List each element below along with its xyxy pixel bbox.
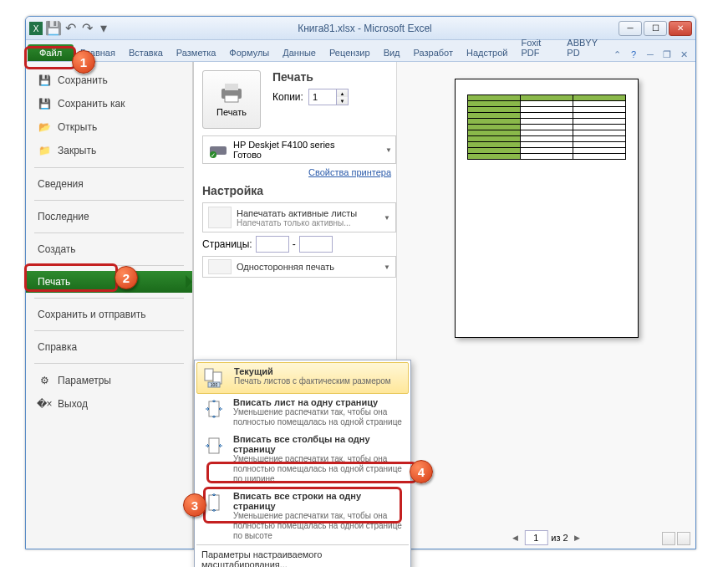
svg-rect-8: [205, 369, 213, 381]
preview-page: [455, 79, 639, 338]
tab-review[interactable]: Рецензир: [323, 44, 377, 61]
tab-data[interactable]: Данные: [276, 44, 323, 61]
printer-status: Готово: [233, 150, 334, 160]
printer-properties-link[interactable]: Свойства принтера: [202, 167, 391, 177]
tab-addins[interactable]: Надстрой: [460, 44, 514, 61]
maximize-button[interactable]: ☐: [644, 21, 667, 36]
scale-option-fit-rows[interactable]: Вписать все строки на одну страницуУмень…: [196, 488, 409, 544]
sheets-icon: [208, 207, 232, 228]
chevron-down-icon: ▼: [385, 146, 392, 154]
show-margins-button[interactable]: [662, 532, 675, 545]
excel-icon: X: [29, 22, 43, 35]
backstage: 💾Сохранить 💾Сохранить как 📂Открыть 📁Закр…: [26, 62, 695, 549]
nav-new[interactable]: Создать: [26, 238, 192, 260]
page-to-input[interactable]: [299, 236, 333, 253]
scale-option-fit-sheet[interactable]: Вписать лист на одну страницуУменьшение …: [196, 394, 409, 431]
window-title: Книга81.xlsx - Microsoft Excel: [111, 23, 619, 34]
fit-sheet-icon: [201, 397, 227, 421]
preview-navigation: ◀ из 2 ▶: [510, 530, 582, 545]
badge-1: 1: [72, 50, 95, 74]
tab-layout[interactable]: Разметка: [170, 44, 223, 61]
open-icon: 📂: [38, 120, 51, 134]
tab-file[interactable]: Файл: [28, 44, 74, 61]
ribbon-tabs: Файл Главная Вставка Разметка Формулы Да…: [26, 40, 695, 62]
backstage-nav: 💾Сохранить 💾Сохранить как 📂Открыть 📁Закр…: [26, 62, 193, 549]
svg-rect-14: [209, 495, 219, 510]
nav-share[interactable]: Сохранить и отправить: [26, 304, 192, 325]
custom-scaling-link[interactable]: Параметры настраиваемого масштабирования…: [196, 544, 409, 567]
nav-info[interactable]: Сведения: [26, 173, 192, 195]
spin-down-icon[interactable]: ▼: [336, 97, 348, 105]
nav-help[interactable]: Справка: [26, 336, 192, 358]
nav-close[interactable]: 📁Закрыть: [26, 139, 192, 162]
nav-recent[interactable]: Последние: [26, 206, 192, 227]
tab-developer[interactable]: Разработ: [407, 44, 460, 61]
tab-formulas[interactable]: Формулы: [222, 44, 276, 61]
copies-label: Копии:: [272, 91, 303, 103]
backstage-content: Печать Печать Копии: 1 ▲▼: [193, 62, 695, 549]
exit-icon: �×: [38, 397, 51, 411]
options-icon: ⚙: [38, 374, 51, 387]
tab-insert[interactable]: Вставка: [122, 44, 170, 61]
prev-page-icon[interactable]: ◀: [510, 534, 521, 542]
spin-up-icon[interactable]: ▲: [336, 89, 348, 97]
doc-close-icon[interactable]: ✕: [677, 48, 690, 61]
nav-save[interactable]: 💾Сохранить: [26, 69, 192, 92]
settings-header: Настройка: [202, 184, 396, 197]
pages-row: Страницы: -: [202, 236, 396, 253]
copies-spinner[interactable]: 1 ▲▼: [308, 89, 349, 105]
minimize-button[interactable]: ─: [619, 21, 642, 36]
print-what-selector[interactable]: Напечатать активные листы Напечатать тол…: [202, 202, 396, 232]
print-button-label: Печать: [216, 107, 247, 117]
tab-abbyy[interactable]: ABBYY PD: [560, 34, 610, 61]
page-number-input[interactable]: [524, 530, 547, 545]
nav-print[interactable]: Печать: [26, 271, 192, 293]
nav-open[interactable]: 📂Открыть: [26, 115, 192, 139]
oneside-icon: [208, 259, 232, 274]
svg-text:100: 100: [211, 382, 218, 387]
svg-text:✓: ✓: [211, 152, 216, 158]
page-from-input[interactable]: [256, 236, 289, 253]
nav-exit[interactable]: �×Выход: [26, 392, 192, 416]
doc-restore-icon[interactable]: ❐: [660, 48, 674, 61]
printer-name: HP Deskjet F4100 series: [233, 140, 334, 150]
scale-option-fit-columns[interactable]: Вписать все столбцы на одну страницуУмен…: [196, 431, 409, 488]
chevron-down-icon: ▼: [384, 263, 390, 271]
doc-minimize-icon[interactable]: ─: [644, 48, 657, 61]
scale-option-current[interactable]: 100 ТекущийПечать листов с фактическим р…: [196, 362, 409, 394]
svg-rect-13: [209, 438, 219, 453]
page-total-label: из 2: [551, 533, 568, 543]
svg-text:X: X: [33, 24, 39, 33]
copies-value: 1: [313, 92, 318, 102]
ribbon-minimize-icon[interactable]: ⌃: [610, 48, 624, 61]
nav-options[interactable]: ⚙Параметры: [26, 369, 192, 392]
next-page-icon[interactable]: ▶: [572, 534, 583, 542]
qat-more-icon[interactable]: ▾: [96, 21, 111, 36]
print-header: Печать: [272, 70, 349, 84]
quick-access-toolbar: 💾 ↶ ↷ ▾: [46, 21, 111, 36]
zoom-to-page-button[interactable]: [677, 532, 690, 545]
help-icon[interactable]: ?: [627, 48, 640, 61]
preview-table: [467, 94, 626, 160]
tab-view[interactable]: Вид: [377, 44, 407, 61]
save-icon[interactable]: 💾: [46, 21, 61, 36]
close-button[interactable]: ✕: [669, 21, 692, 36]
nav-saveas[interactable]: 💾Сохранить как: [26, 92, 192, 115]
print-button[interactable]: Печать: [202, 70, 261, 129]
sides-selector[interactable]: Односторонняя печать ▼: [202, 256, 396, 278]
undo-icon[interactable]: ↶: [63, 21, 78, 36]
saveas-icon: 💾: [38, 97, 51, 110]
tab-foxit[interactable]: Foxit PDF: [514, 34, 560, 61]
chevron-down-icon: ▼: [384, 214, 390, 222]
fit-columns-icon: [201, 434, 227, 457]
close-icon: 📁: [38, 144, 51, 157]
pages-label: Страницы:: [202, 238, 252, 250]
printer-device-icon: ✓: [208, 141, 228, 158]
svg-rect-3: [225, 84, 238, 90]
scaling-popup: 100 ТекущийПечать листов с фактическим р…: [194, 360, 411, 567]
redo-icon[interactable]: ↷: [79, 21, 94, 36]
printer-icon: [218, 82, 245, 104]
printer-selector[interactable]: ✓ HP Deskjet F4100 series Готово ▼: [202, 135, 396, 164]
badge-3: 3: [183, 493, 206, 517]
print-settings-panel: Печать Печать Копии: 1 ▲▼: [194, 62, 396, 549]
